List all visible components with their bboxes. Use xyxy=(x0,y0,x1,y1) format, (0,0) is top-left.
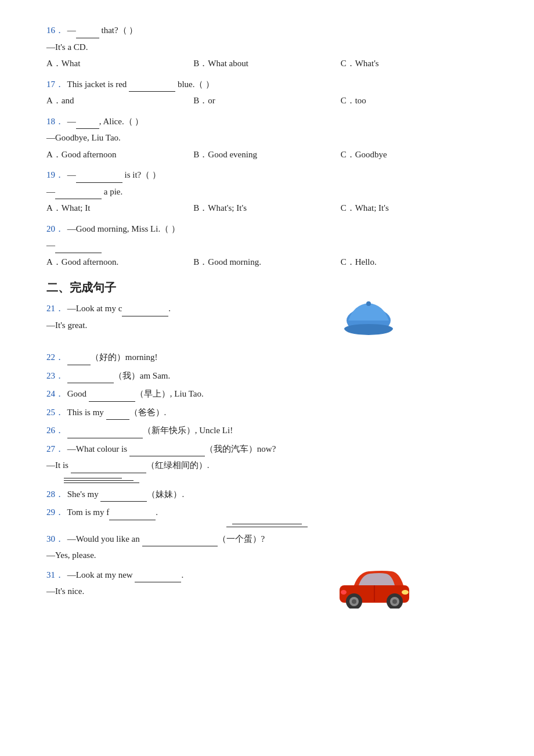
car-icon xyxy=(337,562,412,611)
svg-point-11 xyxy=(341,590,347,595)
q18-line2: —Goodbye, Liu Tao. xyxy=(46,131,488,146)
question-19: 19． — is it?（ ） — a pie. A．What; It B．Wh… xyxy=(46,168,488,216)
q21-line1: 21． —Look at my c. xyxy=(46,301,488,316)
question-29: 29． Tom is my f. xyxy=(46,505,488,520)
q19-option-a: A．What; It xyxy=(46,201,193,216)
q20-option-a: A．Good afternoon. xyxy=(46,255,193,270)
q18-options: A．Good afternoon B．Good evening C．Goodby… xyxy=(46,147,488,163)
q16-line1: 16． — that?（ ） xyxy=(46,23,488,38)
question-16: 16． — that?（ ） —It's a CD. A．What B．What… xyxy=(46,23,488,71)
svg-point-10 xyxy=(402,590,409,595)
question-31: 31． —Look at my new . —It's nice. xyxy=(46,568,488,599)
q16-options: A．What B．What about C．What's xyxy=(46,56,488,71)
q30-line2: —Yes, please. xyxy=(46,548,488,563)
deco-line-2 xyxy=(64,480,134,481)
q20-option-b: B．Good morning. xyxy=(193,255,340,270)
q20-line2: — xyxy=(46,238,488,253)
q17-option-c: C．too xyxy=(341,93,488,109)
questions-section: 16． — that?（ ） —It's a CD. A．What B．What… xyxy=(46,23,488,269)
q18-option-b: B．Good evening xyxy=(193,147,340,163)
question-22: 22． （好的）morning! xyxy=(46,350,488,365)
q17-options: A．and B．or C．too xyxy=(46,93,488,109)
q16-line2: —It's a CD. xyxy=(46,40,488,55)
q29-line1: 29． Tom is my f. xyxy=(46,505,488,520)
q16-option-c: C．What's xyxy=(341,56,488,71)
q17-option-a: A．and xyxy=(46,93,193,109)
q31-line1: 31． —Look at my new . xyxy=(46,568,488,583)
q28-line1: 28． She's my （妹妹）. xyxy=(46,487,488,502)
q19-line1: 19． — is it?（ ） xyxy=(46,168,488,183)
section2-title: 二、完成句子 xyxy=(46,280,488,296)
cap-illustration-area: 21． —Look at my c. —It's great. xyxy=(46,301,488,348)
decoration-lines-28 xyxy=(64,478,488,485)
svg-point-2 xyxy=(366,301,371,306)
q20-line1: 20． —Good morning, Miss Li.（ ） xyxy=(46,222,488,237)
q27-line1: 27． —What colour is （我的汽车）now? xyxy=(46,442,488,457)
question-25: 25． This is my （爸爸）. xyxy=(46,405,488,420)
q19-option-c: C．What; It's xyxy=(341,201,488,216)
q23-line1: 23． （我）am Sam. xyxy=(46,369,488,384)
q18-option-a: A．Good afternoon xyxy=(46,147,193,163)
q26-line1: 26． （新年快乐）, Uncle Li! xyxy=(46,423,488,438)
q16-option-a: A．What xyxy=(46,56,193,71)
q20-option-c: C．Hello. xyxy=(341,255,488,270)
svg-point-9 xyxy=(392,599,397,604)
question-30: 30． —Would you like an （一个蛋）? —Yes, plea… xyxy=(46,532,488,563)
q18-option-c: C．Goodbye xyxy=(341,147,488,163)
question-27: 27． —What colour is （我的汽车）now? —It is （红… xyxy=(46,442,488,473)
question-23: 23． （我）am Sam. xyxy=(46,369,488,384)
q25-line1: 25． This is my （爸爸）. xyxy=(46,405,488,420)
egg-lines xyxy=(46,524,488,530)
q21-line2: —It's great. xyxy=(46,318,488,333)
q19-options: A．What; It B．What's; It's C．What; It's xyxy=(46,201,488,216)
cap-icon xyxy=(342,298,395,341)
q24-line1: 24． Good （早上）, Liu Tao. xyxy=(46,387,488,402)
q31-line2: —It's nice. xyxy=(46,584,488,599)
q17-line1: 17． This jacket is red blue.（ ） xyxy=(46,77,488,92)
deco-line-3 xyxy=(64,483,139,483)
question-20: 20． —Good morning, Miss Li.（ ） — A．Good … xyxy=(46,222,488,270)
q18-line1: 18． —, Alice.（ ） xyxy=(46,114,488,129)
car-illustration-area: 31． —Look at my new . —It's nice. xyxy=(46,568,488,620)
question-28: 28． She's my （妹妹）. xyxy=(46,487,488,502)
q27-line2: —It is （红绿相间的）. xyxy=(46,458,488,473)
question-26: 26． （新年快乐）, Uncle Li! xyxy=(46,423,488,438)
question-24: 24． Good （早上）, Liu Tao. xyxy=(46,387,488,402)
q30-line1: 30． —Would you like an （一个蛋）? xyxy=(46,532,488,547)
question-17: 17． This jacket is red blue.（ ） A．and B．… xyxy=(46,77,488,109)
svg-point-6 xyxy=(352,599,356,604)
deco-line-1 xyxy=(64,478,122,478)
egg-line-1 xyxy=(232,524,302,524)
q17-option-b: B．or xyxy=(193,93,340,109)
q20-options: A．Good afternoon. B．Good morning. C．Hell… xyxy=(46,255,488,270)
egg-line-2 xyxy=(226,527,308,527)
q16-option-b: B．What about xyxy=(193,56,340,71)
q22-line1: 22． （好的）morning! xyxy=(46,350,488,365)
question-18: 18． —, Alice.（ ） —Goodbye, Liu Tao. A．Go… xyxy=(46,114,488,163)
q19-line2: — a pie. xyxy=(46,185,488,200)
q19-option-b: B．What's; It's xyxy=(193,201,340,216)
question-21: 21． —Look at my c. —It's great. xyxy=(46,301,488,333)
